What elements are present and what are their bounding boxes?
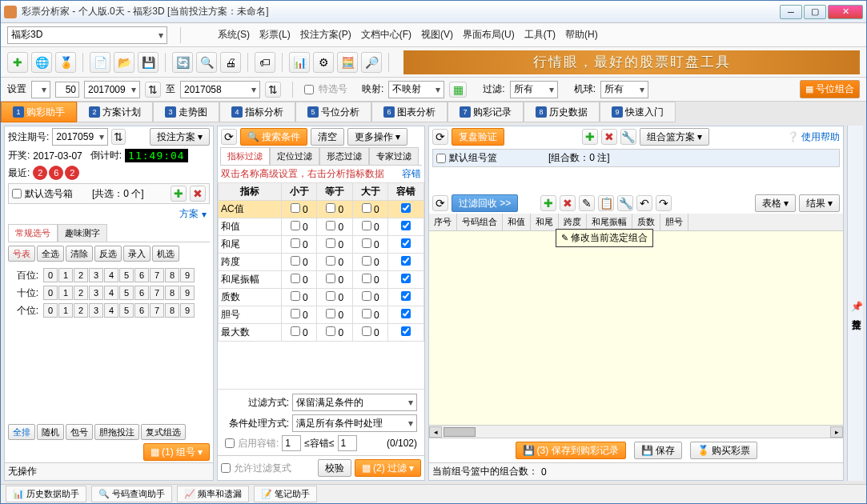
r-redo-icon[interactable]: ↷ — [656, 195, 672, 211]
h-scrollbar[interactable]: ◂ ▸ — [429, 425, 843, 438]
digit-cell[interactable]: 1 — [58, 268, 73, 282]
digit-cell[interactable]: 8 — [165, 268, 179, 282]
zoom-icon[interactable]: 🔎 — [361, 52, 382, 73]
basket-tool-icon[interactable]: 🔧 — [620, 129, 636, 145]
basket-add-icon[interactable]: ✚ — [582, 129, 598, 145]
ind-fault-check[interactable] — [401, 274, 411, 283]
digit-cell[interactable]: 4 — [104, 303, 118, 318]
banner[interactable]: 行情眼，最好的股票盯盘工具 — [403, 50, 860, 74]
num-tool-button[interactable]: 清除 — [66, 246, 93, 262]
subtab-normal[interactable]: 常规选号 — [8, 224, 58, 242]
filter-tab[interactable]: 指标过滤 — [220, 147, 270, 165]
special-check[interactable] — [304, 85, 314, 94]
ind-check[interactable] — [326, 291, 335, 301]
digit-cell[interactable]: 4 — [104, 268, 118, 282]
result-col[interactable]: 和尾 — [531, 214, 559, 230]
digit-cell[interactable]: 9 — [180, 286, 195, 300]
ind-name[interactable]: 和尾 — [219, 236, 282, 254]
minimize-button[interactable]: ─ — [780, 5, 802, 19]
digit-cell[interactable]: 1 — [58, 286, 73, 300]
r-undo-icon[interactable]: ↶ — [636, 195, 652, 211]
r-copy-icon[interactable]: 📋 — [598, 195, 614, 211]
save-record-button[interactable]: 💾 (3) 保存到购彩记录 — [516, 442, 626, 459]
fault-to[interactable] — [338, 435, 357, 451]
lottery-select[interactable]: 福彩3D — [7, 26, 167, 44]
result-col[interactable]: 跨度 — [559, 214, 587, 230]
ind-check[interactable] — [362, 221, 371, 230]
tab-main[interactable]: 3走势图 — [153, 102, 219, 122]
gear-icon[interactable]: ⚙ — [313, 52, 334, 73]
ind-check[interactable] — [362, 309, 371, 318]
replay-button[interactable]: 复盘验证 — [452, 128, 504, 146]
add-icon[interactable]: ✚ — [7, 52, 28, 73]
digit-cell[interactable]: 2 — [74, 268, 88, 282]
period-spinner[interactable]: ⇅ — [111, 129, 126, 145]
ball-select[interactable]: 所有 — [600, 81, 648, 98]
ind-check[interactable] — [326, 256, 335, 266]
bottom-button[interactable]: 复式组选 — [141, 424, 186, 440]
ind-name[interactable]: AC值 — [219, 201, 282, 218]
map-apply-icon[interactable]: ▦ — [449, 82, 467, 98]
search-cond-button[interactable]: 🔍 搜索条件 — [240, 128, 307, 146]
search-icon[interactable]: 🔍 — [196, 52, 217, 73]
ind-name[interactable]: 和尾振幅 — [219, 271, 282, 289]
digit-cell[interactable]: 7 — [150, 268, 164, 282]
ind-fault-check[interactable] — [401, 309, 411, 318]
ind-name[interactable]: 最大数 — [219, 324, 282, 342]
spinner2-icon[interactable]: ⇅ — [265, 82, 281, 98]
print-icon[interactable]: 🖨 — [220, 52, 241, 73]
digit-cell[interactable]: 2 — [74, 303, 88, 318]
globe-icon[interactable]: 🌐 — [31, 52, 52, 73]
ind-check[interactable] — [291, 221, 300, 230]
box-del-icon[interactable]: ✖ — [190, 186, 206, 202]
num-tool-button[interactable]: 机选 — [152, 246, 179, 262]
map-select[interactable]: 不映射 — [388, 81, 444, 98]
compound-check[interactable] — [221, 463, 231, 473]
to-period[interactable]: 2017058 — [180, 81, 260, 98]
basket-button[interactable]: 组合篮方案 ▾ — [640, 128, 709, 146]
menu-item[interactable]: 视图(V) — [421, 28, 453, 42]
ind-fault-check[interactable] — [401, 203, 411, 213]
bottom-tab[interactable]: 📝 笔记助手 — [254, 486, 317, 502]
filter-tab[interactable]: 形态过滤 — [319, 147, 369, 165]
result-col[interactable]: 和尾振幅 — [587, 214, 632, 230]
box-check[interactable] — [12, 189, 22, 198]
calc-icon[interactable]: 🧮 — [337, 52, 358, 73]
digit-cell[interactable]: 5 — [119, 268, 134, 282]
digit-cell[interactable]: 6 — [134, 268, 149, 282]
digit-cell[interactable]: 3 — [89, 268, 103, 282]
recycle-refresh-icon[interactable]: ⟳ — [432, 195, 448, 211]
digit-cell[interactable]: 5 — [119, 286, 134, 300]
ind-check[interactable] — [326, 203, 335, 213]
ind-name[interactable]: 跨度 — [219, 254, 282, 271]
filter-tab[interactable]: 专家过滤 — [369, 147, 419, 165]
digit-cell[interactable]: 0 — [43, 286, 58, 300]
period-select[interactable]: 2017059 — [52, 128, 108, 146]
digit-cell[interactable]: 1 — [58, 303, 73, 318]
buy-button[interactable]: 🏅 购买彩票 — [690, 442, 757, 459]
ind-check[interactable] — [362, 238, 371, 248]
help-link[interactable]: ❔ 使用帮助 — [787, 130, 840, 144]
digit-cell[interactable]: 4 — [104, 286, 118, 300]
group-button[interactable]: ▦ (1) 组号 ▾ — [143, 443, 210, 461]
tab-main[interactable]: 2方案计划 — [77, 102, 153, 122]
ind-check[interactable] — [362, 256, 371, 266]
tab-main[interactable]: 5号位分析 — [295, 102, 371, 122]
tab-main[interactable]: 1购彩助手 — [1, 102, 77, 122]
tab-main[interactable]: 4指标分析 — [219, 102, 295, 122]
sidebar-item-articles[interactable]: 📌推荐文章 — [849, 300, 863, 312]
ind-check[interactable] — [291, 238, 300, 248]
ind-check[interactable] — [291, 309, 300, 318]
bottom-tab[interactable]: 📈 频率和遗漏 — [177, 486, 249, 502]
result-col[interactable]: 胆号 — [660, 214, 688, 230]
ind-fault-check[interactable] — [401, 238, 411, 248]
bottom-button[interactable]: 包号 — [66, 424, 93, 440]
ind-fault-check[interactable] — [401, 221, 411, 230]
clear-button[interactable]: 清空 — [311, 128, 344, 146]
digit-cell[interactable]: 9 — [180, 303, 195, 318]
refresh-icon[interactable]: 🔄 — [172, 52, 193, 73]
menu-item[interactable]: 投注方案(P) — [300, 28, 351, 42]
bottom-button[interactable]: 随机 — [37, 424, 64, 440]
tab-main[interactable]: 7购彩记录 — [448, 102, 524, 122]
ind-check[interactable] — [362, 274, 371, 283]
